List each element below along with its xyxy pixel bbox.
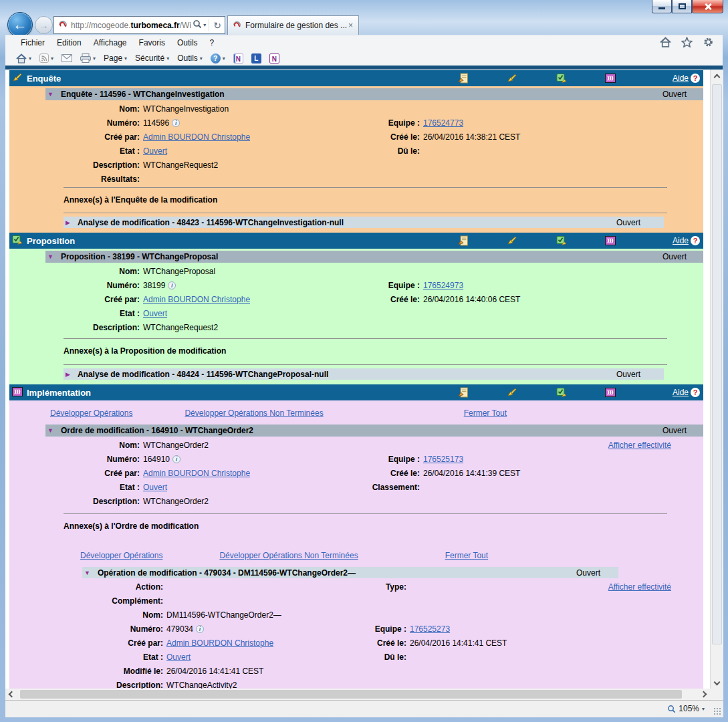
state-link[interactable]: Ouvert — [143, 309, 167, 318]
proposal-nav-icon[interactable] — [556, 235, 567, 248]
address-bar[interactable]: http://mcogeode.turbomeca.fr/Windchil ▾ … — [53, 16, 225, 34]
field-value: 26/04/2016 14:40:06 CEST — [423, 295, 703, 304]
menu-fichier[interactable]: Fichier — [15, 37, 51, 49]
implementation-nav-icon[interactable] — [605, 387, 616, 400]
state-link[interactable]: Ouvert — [143, 483, 167, 492]
operation-record-bar[interactable]: ▼ Opération de modification - 479034 - D… — [82, 567, 618, 578]
develop-operations-link[interactable]: Développer Opérations — [80, 551, 162, 560]
change-request-icon[interactable] — [458, 73, 469, 86]
help-question-icon[interactable]: ? — [691, 74, 700, 83]
horizontal-scrollbar[interactable] — [5, 689, 710, 700]
field-label: Etat : — [9, 309, 143, 318]
collapse-triangle-icon[interactable]: ▼ — [47, 427, 53, 434]
help-question-icon[interactable]: ? — [691, 388, 700, 397]
resize-grip[interactable] — [713, 707, 721, 715]
collapse-triangle-icon[interactable]: ▼ — [47, 91, 53, 98]
change-request-icon[interactable] — [458, 387, 469, 400]
aide-link[interactable]: Aide — [673, 388, 689, 397]
effectivity-link[interactable]: Afficher effectivité — [608, 441, 671, 450]
creator-link[interactable]: Admin BOURDON Christophe — [143, 469, 250, 478]
menu-favoris[interactable]: Favoris — [133, 37, 171, 49]
proposal-nav-icon[interactable] — [556, 73, 567, 86]
refresh-icon[interactable]: ↻ — [213, 20, 221, 31]
proposal-nav-icon[interactable] — [556, 387, 567, 400]
info-icon[interactable]: i — [196, 625, 204, 633]
creator-link[interactable]: Admin BOURDON Christophe — [143, 132, 250, 142]
equipe-link[interactable]: 176525173 — [423, 455, 463, 464]
menu-affichage[interactable]: Affichage — [88, 37, 133, 49]
tab-close-icon[interactable]: × — [347, 21, 354, 30]
aide-link[interactable]: Aide — [673, 236, 689, 245]
linked-notes-button[interactable]: L — [249, 53, 264, 64]
zoom-control[interactable]: 105% ▾ — [667, 704, 705, 713]
menu-edition[interactable]: Edition — [51, 37, 88, 49]
info-icon[interactable]: i — [172, 455, 180, 463]
forward-button[interactable]: → — [35, 16, 53, 34]
favorites-star-icon[interactable] — [681, 37, 693, 49]
horizontal-scroll-thumb[interactable] — [20, 690, 682, 699]
search-icon[interactable] — [193, 19, 202, 31]
vertical-scrollbar[interactable] — [710, 70, 723, 689]
investigation-nav-icon[interactable] — [507, 387, 517, 400]
close-all-link[interactable]: Fermer Tout — [445, 551, 488, 560]
autocomplete-caret-icon[interactable]: ▾ — [203, 22, 206, 28]
settings-gear-icon[interactable] — [703, 37, 714, 49]
equipe-link[interactable]: 176524973 — [423, 281, 463, 290]
enquete-record-bar[interactable]: ▼ Enquête - 114596 - WTChangeInvestigati… — [45, 88, 703, 100]
minimize-button[interactable] — [652, 0, 672, 13]
help-button[interactable]: ? ▾ — [208, 53, 228, 64]
collapse-triangle-icon[interactable]: ▼ — [84, 570, 90, 576]
print-button[interactable]: ▾ — [78, 53, 98, 64]
scroll-left-icon[interactable] — [9, 691, 15, 698]
info-icon[interactable]: i — [172, 119, 180, 127]
field-label: Description: — [9, 160, 143, 170]
menu-help[interactable]: ? — [204, 37, 221, 49]
tools-menu[interactable]: Outils▾ — [174, 53, 205, 64]
develop-operations-link[interactable]: Développer Opérations — [50, 408, 132, 418]
creator-link[interactable]: Admin BOURDON Christophe — [166, 638, 273, 648]
back-button[interactable]: ← — [7, 12, 33, 37]
collapse-triangle-icon[interactable]: ▼ — [47, 253, 53, 260]
record-title: Opération de modification - 479034 - DM1… — [98, 568, 356, 578]
menu-outils[interactable]: Outils — [171, 37, 204, 49]
order-record-bar[interactable]: ▼ Ordre de modification - 164910 - WTCha… — [45, 425, 703, 437]
investigation-nav-icon[interactable] — [507, 73, 517, 86]
implementation-nav-icon[interactable] — [605, 235, 616, 248]
page-menu[interactable]: Page▾ — [101, 53, 130, 64]
browser-window: ← → http://mcogeode.turbomeca.fr/Windchi… — [0, 0, 728, 722]
feeds-button[interactable]: ▾ — [37, 53, 56, 64]
develop-unfinished-link[interactable]: Développer Opérations Non Terminées — [219, 551, 358, 560]
scroll-right-icon[interactable] — [701, 691, 707, 698]
creator-link[interactable]: Admin BOURDON Christophe — [143, 295, 250, 304]
expand-triangle-icon[interactable]: ▶ — [66, 219, 70, 226]
vertical-scroll-thumb[interactable] — [712, 84, 722, 644]
implementation-nav-icon[interactable] — [605, 73, 616, 86]
onenote-button[interactable]: N — [267, 53, 282, 64]
proposition-record-bar[interactable]: ▼ Proposition - 38199 - WTChangeProposal… — [45, 251, 703, 263]
aide-link[interactable]: Aide — [673, 74, 689, 83]
maximize-button[interactable] — [672, 0, 692, 13]
home-button[interactable]: ▾ — [13, 53, 34, 64]
develop-unfinished-link[interactable]: Développer Opérations Non Terminées — [185, 408, 323, 418]
help-question-icon[interactable]: ? — [691, 236, 700, 245]
close-all-link[interactable]: Fermer Tout — [464, 408, 507, 418]
effectivity-link[interactable]: Afficher effectivité — [608, 582, 671, 592]
analyse-record-bar[interactable]: ▶ Analyse de modification - 48423 - 1145… — [64, 217, 664, 228]
send-to-onenote-button[interactable]: N — [231, 53, 246, 64]
info-icon[interactable]: i — [168, 281, 176, 289]
browser-tab[interactable]: Formulaire de gestion des ... × — [227, 15, 359, 35]
state-link[interactable]: Ouvert — [143, 146, 167, 156]
read-mail-button[interactable] — [59, 53, 75, 63]
scroll-down-icon[interactable] — [714, 679, 721, 686]
change-request-icon[interactable] — [458, 235, 469, 248]
scroll-up-icon[interactable] — [714, 74, 721, 81]
equipe-link[interactable]: 176524773 — [423, 118, 463, 128]
analyse-record-bar[interactable]: ▶ Analyse de modification - 48424 - 1145… — [64, 368, 664, 380]
expand-triangle-icon[interactable]: ▶ — [66, 371, 70, 378]
equipe-link[interactable]: 176525273 — [410, 624, 450, 634]
home-quick-icon[interactable] — [660, 37, 671, 49]
security-menu[interactable]: Sécurité▾ — [132, 53, 172, 64]
close-button[interactable] — [692, 0, 723, 13]
investigation-nav-icon[interactable] — [507, 235, 517, 248]
state-link[interactable]: Ouvert — [166, 652, 191, 662]
